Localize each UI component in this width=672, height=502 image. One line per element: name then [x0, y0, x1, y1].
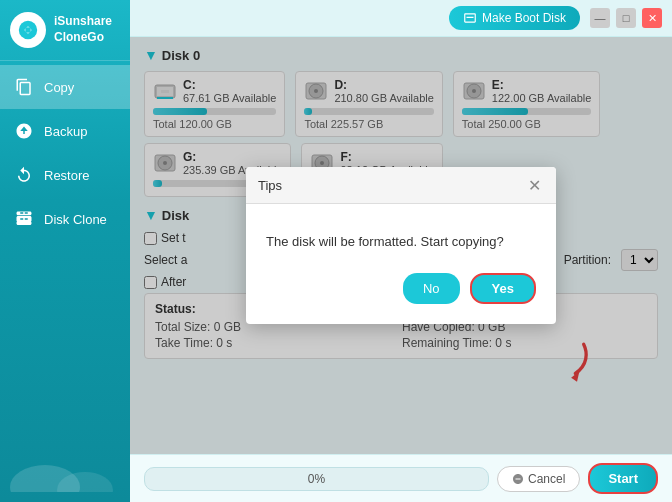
progress-container: 0% [144, 467, 489, 491]
modal-yes-button[interactable]: Yes [470, 273, 536, 304]
app-logo [10, 12, 46, 48]
sidebar-item-restore[interactable]: Restore [0, 153, 130, 197]
sidebar-nav: Copy Backup Restore [0, 61, 130, 432]
maximize-button[interactable]: □ [616, 8, 636, 28]
modal-close-button[interactable]: ✕ [524, 175, 544, 195]
titlebar: Make Boot Disk — □ ✕ [130, 0, 672, 37]
sidebar-bottom [0, 432, 130, 502]
make-boot-label: Make Boot Disk [482, 11, 566, 25]
make-boot-button[interactable]: Make Boot Disk [449, 6, 580, 30]
bottom-bar: 0% Cancel Start [130, 454, 672, 502]
sidebar-item-disk-clone-label: Disk Clone [44, 212, 107, 227]
sidebar-item-backup-label: Backup [44, 124, 87, 139]
content-area: ▼ Disk 0 [130, 37, 672, 454]
modal-title: Tips [258, 178, 282, 193]
main-area: Make Boot Disk — □ ✕ ▼ Disk 0 [130, 0, 672, 502]
modal-message: The disk will be formatted. Start copyin… [266, 234, 536, 249]
sidebar-header: iSunshare CloneGo [0, 0, 130, 61]
app-container: iSunshare CloneGo Copy Backup [0, 0, 672, 502]
sidebar-item-copy-label: Copy [44, 80, 74, 95]
copy-icon [14, 77, 34, 97]
titlebar-controls: — □ ✕ [590, 8, 662, 28]
modal-header: Tips ✕ [246, 167, 556, 204]
minimize-button[interactable]: — [590, 8, 610, 28]
start-button[interactable]: Start [588, 463, 658, 494]
modal-overlay: Tips ✕ The disk will be formatted. Start… [130, 37, 672, 454]
modal-dialog: Tips ✕ The disk will be formatted. Start… [246, 167, 556, 324]
modal-buttons: No Yes [266, 273, 536, 304]
sidebar-item-disk-clone[interactable]: Disk Clone [0, 197, 130, 241]
restore-icon [14, 165, 34, 185]
sidebar-item-backup[interactable]: Backup [0, 109, 130, 153]
app-title: iSunshare CloneGo [54, 14, 112, 45]
svg-point-1 [25, 27, 31, 33]
disk-clone-icon [14, 209, 34, 229]
modal-no-button[interactable]: No [403, 273, 460, 304]
sidebar: iSunshare CloneGo Copy Backup [0, 0, 130, 502]
sidebar-item-copy[interactable]: Copy [0, 65, 130, 109]
progress-text: 0% [145, 472, 488, 486]
modal-body: The disk will be formatted. Start copyin… [246, 204, 556, 324]
cancel-button[interactable]: Cancel [497, 466, 580, 492]
backup-icon [14, 121, 34, 141]
close-button[interactable]: ✕ [642, 8, 662, 28]
sidebar-item-restore-label: Restore [44, 168, 90, 183]
